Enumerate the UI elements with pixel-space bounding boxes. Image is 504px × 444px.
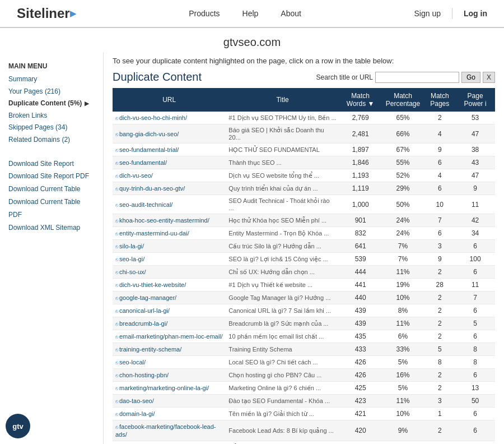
url-cell[interactable]: ⎋domain-la-gi/ (113, 408, 226, 420)
url-link[interactable]: seo-fundamental-trial/ (119, 146, 179, 153)
url-cell[interactable]: ⎋google-tag-manager/ (113, 292, 226, 304)
page-power-cell: 13 (455, 382, 495, 395)
download-site-report-pdf[interactable]: Download Site Report PDF (8, 170, 95, 183)
url-link[interactable]: email-marketing/phan-mem-loc-email/ (119, 333, 223, 340)
table-row[interactable]: ⎋dao-tao-seo/ Đào tạo SEO Fundamental - … (113, 395, 495, 408)
url-link[interactable]: seo-local/ (119, 359, 146, 366)
table-row[interactable]: ⎋seo-fundamental-trial/ HỌC THỬ SEO FUND… (113, 144, 495, 156)
url-link[interactable]: quy-trinh-du-an-seo-gtv/ (119, 185, 185, 192)
url-link[interactable]: facebook-marketing/facebook-lead-ads/ (115, 423, 216, 438)
url-link[interactable]: chi-so-ux/ (119, 269, 146, 275)
table-row[interactable]: ⎋dich-vu-thiet-ke-website/ #1 Dịch vụ Th… (113, 279, 495, 292)
url-cell[interactable]: ⎋marketing/phan-mem-thiet-ke-web/ (113, 441, 226, 445)
table-row[interactable]: ⎋marketing/phan-mem-thiet-ke-web/ Tổng h… (113, 441, 495, 445)
url-link[interactable]: dich-vu-thiet-ke-website/ (119, 281, 186, 288)
table-row[interactable]: ⎋dich-vu-seo-ho-chi-minh/ #1 Dịch vụ SEO… (113, 112, 495, 124)
url-link[interactable]: bang-gia-dich-vu-seo/ (119, 131, 179, 137)
table-row[interactable]: ⎋domain-la-gi/ Tên miền là gì? Giải thíc… (113, 408, 495, 420)
url-cell[interactable]: ⎋marketing/marketing-online-la-gi/ (113, 382, 226, 395)
url-cell[interactable]: ⎋breadcrumb-la-gi/ (113, 317, 226, 330)
download-current-table[interactable]: Download Current Table (8, 183, 95, 196)
url-cell[interactable]: ⎋email-marketing/phan-mem-loc-email/ (113, 330, 226, 343)
page-power-cell: 34 (455, 227, 495, 240)
download-current-table-pdf[interactable]: Download Current Table PDF (8, 196, 95, 221)
table-row[interactable]: ⎋facebook-marketing/facebook-lead-ads/ F… (113, 420, 495, 441)
nav-products[interactable]: Products (189, 9, 220, 18)
url-cell[interactable]: ⎋seo-local/ (113, 356, 226, 369)
table-row[interactable]: ⎋chon-hosting-pbn/ Chọn hosting gì cho P… (113, 369, 495, 382)
url-cell[interactable]: ⎋dich-vu-seo-ho-chi-minh/ (113, 112, 226, 124)
url-link[interactable]: dich-vu-seo/ (119, 172, 153, 179)
url-link[interactable]: dich-vu-seo-ho-chi-minh/ (119, 114, 187, 121)
url-cell[interactable]: ⎋entity-mastermind-uu-dai/ (113, 227, 226, 240)
url-link[interactable]: canonical-url-la-gi/ (119, 307, 170, 314)
url-link[interactable]: google-tag-manager/ (119, 294, 176, 301)
url-cell[interactable]: ⎋bang-gia-dich-vu-seo/ (113, 124, 226, 144)
clear-button[interactable]: X (483, 72, 495, 83)
url-cell[interactable]: ⎋seo-fundamental-trial/ (113, 144, 226, 156)
url-link[interactable]: silo-la-gi/ (119, 243, 144, 249)
table-row[interactable]: ⎋dich-vu-seo/ Dịch vụ SEO website tổng t… (113, 169, 495, 182)
download-xml-sitemap[interactable]: Download XML Sitemap (8, 221, 95, 234)
url-cell[interactable]: ⎋dao-tao-seo/ (113, 395, 226, 408)
url-cell[interactable]: ⎋canonical-url-la-gi/ (113, 304, 226, 317)
table-row[interactable]: ⎋bang-gia-dich-vu-seo/ Báo giá SEO | Khở… (113, 124, 495, 144)
sidebar-item-duplicate-content[interactable]: Duplicate Content (5%) ▶ (8, 98, 95, 110)
table-row[interactable]: ⎋seo-local/ Local SEO là gì? Chi tiết cá… (113, 356, 495, 369)
url-cell[interactable]: ⎋chi-so-ux/ (113, 266, 226, 279)
table-row[interactable]: ⎋khoa-hoc-seo-entity-mastermind/ Học thử… (113, 214, 495, 227)
download-site-report[interactable]: Download Site Report (8, 158, 95, 170)
sidebar-item-broken-links[interactable]: Broken Links (8, 110, 95, 122)
go-button[interactable]: Go (461, 72, 480, 83)
url-link[interactable]: khoa-hoc-seo-entity-mastermind/ (119, 217, 209, 224)
url-link[interactable]: breadcrumb-la-gi/ (119, 320, 167, 327)
url-cell[interactable]: ⎋seo-audit-technical/ (113, 195, 226, 214)
url-link[interactable]: seo-la-gi/ (119, 256, 144, 262)
url-cell[interactable]: ⎋training-entity-schema/ (113, 343, 226, 356)
table-row[interactable]: ⎋seo-la-gi/ SEO là gì? Lợi ích& 15 Công … (113, 253, 495, 266)
url-cell[interactable]: ⎋seo-fundamental/ (113, 156, 226, 169)
nav-signup[interactable]: Sign up (414, 9, 441, 18)
table-row[interactable]: ⎋email-marketing/phan-mem-loc-email/ 10 … (113, 330, 495, 343)
sidebar-item-your-pages[interactable]: Your Pages (216) (8, 86, 95, 98)
table-row[interactable]: ⎋chi-so-ux/ Chỉ số UX: Hướng dẫn chọn ..… (113, 266, 495, 279)
url-link[interactable]: dao-tao-seo/ (119, 397, 154, 404)
col-match-words[interactable]: Match Words ▼ (339, 88, 382, 112)
url-cell[interactable]: ⎋quy-trinh-du-an-seo-gtv/ (113, 182, 226, 195)
table-row[interactable]: ⎋google-tag-manager/ Google Tag Manager … (113, 292, 495, 304)
match-pages-cell: 3 (424, 395, 455, 408)
table-row[interactable]: ⎋entity-mastermind-uu-dai/ Entity Master… (113, 227, 495, 240)
nav-about[interactable]: About (281, 9, 301, 18)
url-cell[interactable]: ⎋khoa-hoc-seo-entity-mastermind/ (113, 214, 226, 227)
url-cell[interactable]: ⎋silo-la-gi/ (113, 240, 226, 253)
table-row[interactable]: ⎋marketing/marketing-online-la-gi/ Marke… (113, 382, 495, 395)
table-row[interactable]: ⎋seo-audit-technical/ SEO Audit Technica… (113, 195, 495, 214)
url-cell[interactable]: ⎋chon-hosting-pbn/ (113, 369, 226, 382)
table-row[interactable]: ⎋canonical-url-la-gi/ Canonical URL là g… (113, 304, 495, 317)
match-percentage-cell: 5% (382, 356, 424, 369)
table-row[interactable]: ⎋silo-la-gi/ Cấu trúc Silo là gì? Hướng … (113, 240, 495, 253)
url-cell[interactable]: ⎋seo-la-gi/ (113, 253, 226, 266)
sidebar-item-summary[interactable]: Summary (8, 73, 95, 86)
match-percentage-cell: 50% (382, 195, 424, 214)
table-row[interactable]: ⎋quy-trinh-du-an-seo-gtv/ Quy trình triể… (113, 182, 495, 195)
sidebar-item-skipped-pages[interactable]: Skipped Pages (34) (8, 122, 95, 134)
sidebar-item-related-domains[interactable]: Related Domains (2) (8, 134, 95, 146)
header: Siteliner▶ Products Help About Sign up L… (0, 0, 504, 27)
table-row[interactable]: ⎋seo-fundamental/ Thành thục SEO ... 1,8… (113, 156, 495, 169)
nav-help[interactable]: Help (242, 9, 259, 18)
table-row[interactable]: ⎋training-entity-schema/ Training Entity… (113, 343, 495, 356)
url-link[interactable]: marketing/marketing-online-la-gi/ (119, 385, 209, 391)
url-link[interactable]: seo-audit-technical/ (119, 201, 172, 208)
url-link[interactable]: entity-mastermind-uu-dai/ (119, 230, 189, 237)
nav-login[interactable]: Log in (464, 9, 487, 18)
table-row[interactable]: ⎋breadcrumb-la-gi/ Breadcrumb là gì? Sức… (113, 317, 495, 330)
search-input[interactable] (375, 72, 459, 83)
url-link[interactable]: chon-hosting-pbn/ (119, 372, 169, 378)
url-cell[interactable]: ⎋dich-vu-seo/ (113, 169, 226, 182)
url-link[interactable]: seo-fundamental/ (119, 159, 167, 166)
url-link[interactable]: domain-la-gi/ (119, 410, 155, 417)
url-link[interactable]: training-entity-schema/ (119, 346, 181, 353)
url-cell[interactable]: ⎋facebook-marketing/facebook-lead-ads/ (113, 420, 226, 441)
url-cell[interactable]: ⎋dich-vu-thiet-ke-website/ (113, 279, 226, 292)
